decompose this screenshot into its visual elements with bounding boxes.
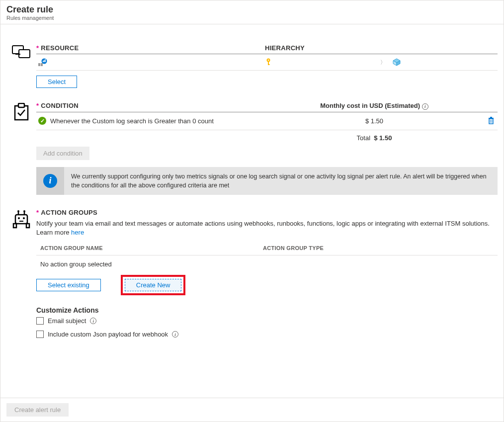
delete-condition-button[interactable]: [464, 116, 498, 126]
email-subject-checkbox[interactable]: [36, 317, 44, 325]
condition-cost: $ 1.50: [285, 117, 464, 125]
customize-actions-label: Customize Actions: [36, 306, 498, 314]
learn-more-link[interactable]: here: [71, 229, 84, 236]
svg-rect-7: [44, 60, 45, 63]
title-bar: Create rule Rules management: [0, 0, 504, 24]
condition-text: Whenever the Custom log search is Greate…: [50, 117, 214, 125]
svg-point-28: [18, 217, 20, 219]
condition-label: CONDITION: [41, 102, 79, 109]
create-alert-rule-button: Create alert rule: [6, 403, 69, 417]
info-icon[interactable]: i: [90, 318, 96, 324]
info-text: We currently support configuring only tw…: [64, 167, 498, 195]
col-action-group-name: ACTION GROUP NAME: [40, 245, 263, 251]
action-groups-label: ACTION GROUPS: [41, 209, 97, 216]
svg-point-29: [23, 217, 25, 219]
select-resource-button[interactable]: Select: [36, 76, 77, 88]
condition-icon: [6, 102, 36, 195]
svg-rect-2: [15, 54, 20, 55]
svg-rect-17: [18, 103, 24, 107]
col-action-group-type: ACTION GROUP TYPE: [263, 245, 498, 251]
section-resource: *RESOURCE HIERARCHY 〉: [6, 44, 500, 88]
action-groups-icon: [6, 209, 36, 341]
svg-rect-4: [41, 63, 43, 66]
svg-point-10: [268, 60, 269, 61]
svg-rect-3: [38, 63, 40, 66]
info-circle-icon: i: [43, 174, 57, 188]
svg-rect-23: [15, 215, 27, 224]
footer: Create alert rule: [0, 398, 504, 422]
total-label: Total: [357, 134, 370, 142]
svg-point-27: [23, 210, 25, 212]
email-subject-label: Email subject: [48, 317, 86, 325]
create-new-button[interactable]: Create New: [125, 279, 182, 291]
svg-rect-30: [19, 221, 23, 222]
total-value: $ 1.50: [374, 134, 392, 142]
info-icon[interactable]: i: [172, 331, 178, 338]
cube-icon: [393, 58, 401, 66]
cost-label: Monthly cost in USD (Estimated): [320, 102, 420, 109]
condition-row[interactable]: ✓ Whenever the Custom log search is Grea…: [36, 112, 498, 130]
insights-icon: [38, 58, 47, 66]
chevron-right-icon: 〉: [380, 59, 386, 66]
svg-rect-31: [13, 224, 16, 228]
section-action-groups: *ACTION GROUPS Notify your team via emai…: [6, 209, 500, 341]
page-title: Create rule: [6, 4, 498, 15]
add-condition-button: Add condition: [36, 147, 89, 160]
resource-icon: [6, 44, 36, 88]
svg-rect-20: [489, 119, 493, 124]
action-groups-description: Notify your team via email and text mess…: [36, 216, 498, 238]
info-icon[interactable]: i: [422, 103, 428, 110]
select-existing-button[interactable]: Select existing: [36, 279, 101, 291]
svg-rect-1: [19, 50, 30, 58]
svg-rect-6: [43, 61, 44, 62]
resource-label: RESOURCE: [41, 44, 79, 52]
hierarchy-label: HIERARCHY: [265, 44, 305, 52]
svg-rect-8: [45, 59, 46, 62]
create-new-highlight: Create New: [121, 275, 186, 295]
svg-rect-19: [490, 117, 492, 118]
svg-rect-32: [26, 224, 29, 228]
page-subtitle: Rules management: [6, 15, 498, 21]
section-condition: *CONDITION Monthly cost in USD (Estimate…: [6, 102, 500, 195]
svg-point-25: [17, 210, 19, 212]
json-payload-checkbox[interactable]: [36, 331, 44, 338]
key-icon: [265, 58, 272, 66]
json-payload-label: Include custom Json payload for webhook: [48, 331, 168, 338]
no-action-group-text: No action group selected: [36, 255, 498, 270]
check-circle-icon: ✓: [38, 117, 46, 125]
svg-rect-12: [268, 64, 270, 65]
info-box: i We currently support configuring only …: [36, 167, 498, 195]
